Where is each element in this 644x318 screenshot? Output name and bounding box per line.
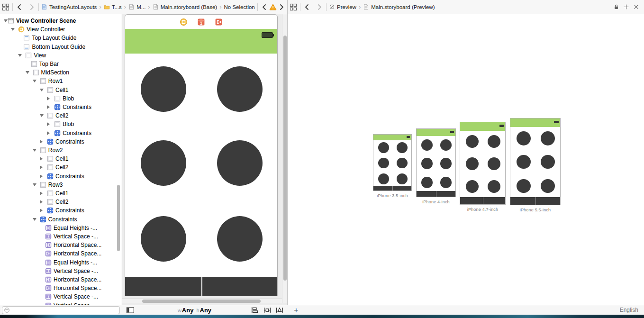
pane-divider[interactable] — [287, 0, 288, 315]
exit-icon[interactable] — [215, 18, 223, 26]
disclosure-down-icon[interactable] — [33, 149, 36, 152]
outline-item-cell1[interactable]: Cell1 — [0, 189, 116, 198]
outline-item-horizontal-space[interactable]: Horizontal Space... — [0, 241, 116, 249]
outline-filter-field[interactable] — [2, 306, 120, 314]
outline-item-blob[interactable]: Blob — [0, 120, 116, 128]
outline-item-view-controller-scene[interactable]: View Controller Scene — [0, 17, 116, 25]
disclosure-down-icon[interactable] — [40, 114, 44, 117]
disclosure-right-icon[interactable] — [47, 97, 50, 100]
outline-item-horizontal-space[interactable]: Horizontal Space... — [0, 275, 116, 284]
breadcrumb-item-main-storyboard-preview[interactable]: Main.storyboard (Preview) — [363, 4, 435, 10]
outline-item-cell1[interactable]: Cell1 — [0, 86, 116, 94]
outline-item-horizontal-space[interactable]: Horizontal Space... — [0, 249, 116, 258]
preview-language-selector[interactable]: English — [620, 307, 638, 313]
breadcrumb-item-no-selection[interactable]: No Selection — [224, 4, 255, 10]
canvas-vscroll-thumb[interactable] — [283, 36, 287, 281]
issue-back-button[interactable] — [260, 3, 269, 11]
disclosure-right-icon[interactable] — [47, 122, 50, 126]
outline-item-cell2[interactable]: Cell2 — [0, 163, 116, 172]
disclosure-down-icon[interactable] — [33, 218, 36, 221]
add-editor-button[interactable] — [623, 4, 629, 10]
outline-item-top-layout-guide[interactable]: Top Layout Guide — [0, 34, 116, 42]
outline-item-constraints[interactable]: Constraints — [0, 206, 116, 215]
outline-toggle-button[interactable] — [126, 306, 135, 314]
outline-item-row1[interactable]: Row1 — [0, 77, 116, 85]
blob-view[interactable] — [217, 216, 263, 262]
blob-view[interactable] — [217, 140, 263, 186]
outline-item-vertical-space[interactable]: Vertical Space -... — [0, 267, 116, 275]
outline-item-blob[interactable]: Blob — [0, 94, 116, 103]
outline-item-cell1[interactable]: Cell1 — [0, 154, 116, 163]
canvas-hscroll-thumb[interactable] — [142, 300, 261, 303]
blob-view[interactable] — [141, 66, 186, 112]
outline-item-constraints[interactable]: Constraints — [0, 172, 116, 181]
related-items-button[interactable] — [289, 3, 298, 11]
view-controller-icon[interactable] — [180, 18, 188, 26]
lock-icon[interactable] — [613, 4, 619, 10]
blob-view[interactable] — [141, 216, 186, 262]
disclosure-right-icon[interactable] — [40, 165, 43, 169]
forward-button[interactable] — [27, 3, 36, 11]
back-button[interactable] — [303, 3, 311, 11]
view-controller-frame[interactable]: 1 — [125, 14, 278, 296]
disclosure-right-icon[interactable] — [40, 174, 43, 178]
outline-item-top-bar[interactable]: Top Bar — [0, 60, 116, 68]
outline-item-vertical-space[interactable]: Vertical Space -... — [0, 301, 116, 305]
issue-forward-button[interactable] — [277, 3, 286, 11]
disclosure-right-icon[interactable] — [40, 140, 43, 144]
add-preview-device-button[interactable]: + — [291, 305, 301, 315]
outline-item-row2[interactable]: Row2 — [0, 146, 116, 154]
back-button[interactable] — [15, 3, 24, 11]
breadcrumb-item-m[interactable]: M... — [128, 4, 145, 10]
outline-item-cell2[interactable]: Cell2 — [0, 198, 116, 206]
canvas-vertical-scrollbar[interactable] — [282, 14, 287, 303]
resolve-autolayout-button[interactable] — [275, 306, 284, 314]
outline-item-row3[interactable]: Row3 — [0, 181, 116, 189]
outline-item-cell2[interactable]: Cell2 — [0, 111, 116, 120]
canvas-horizontal-scrollbar[interactable] — [122, 298, 282, 303]
disclosure-down-icon[interactable] — [26, 71, 29, 74]
disclosure-down-icon[interactable] — [11, 28, 15, 31]
bottom-bar-view[interactable] — [125, 277, 277, 296]
outline-item-constraints[interactable]: Constraints — [0, 129, 116, 137]
disclosure-down-icon[interactable] — [33, 183, 36, 186]
breadcrumb-item-main-storyboard-base[interactable]: Main.storyboard (Base) — [153, 4, 218, 10]
close-assistant-button[interactable] — [633, 4, 639, 10]
issue-warning-button[interactable] — [269, 3, 277, 11]
pin-button[interactable] — [263, 306, 272, 314]
disclosure-right-icon[interactable] — [40, 209, 43, 212]
disclosure-right-icon[interactable] — [40, 200, 43, 204]
outline-item-equal-heights[interactable]: Equal Heights -... — [0, 224, 116, 232]
align-button[interactable] — [250, 306, 259, 314]
sidebar-scrollbar-thumb[interactable] — [117, 185, 120, 251]
outline-item-view-controller[interactable]: View Controller — [0, 25, 116, 34]
disclosure-down-icon[interactable] — [40, 89, 44, 91]
forward-button[interactable] — [315, 3, 324, 11]
breadcrumb-item-preview[interactable]: Preview — [329, 4, 356, 10]
outline-item-vertical-space[interactable]: Vertical Space -... — [0, 292, 116, 301]
disclosure-right-icon[interactable] — [47, 105, 50, 109]
disclosure-right-icon[interactable] — [40, 191, 43, 195]
breadcrumb-item-testingautolayouts[interactable]: TestingAutoLayouts — [41, 4, 97, 10]
outline-item-midsection[interactable]: MidSection — [0, 68, 116, 77]
outline-item-vertical-space[interactable]: Vertical Space -... — [0, 232, 116, 241]
top-bar-view[interactable] — [125, 29, 277, 54]
blob-view[interactable] — [217, 66, 263, 112]
storyboard-canvas[interactable]: 1 — [122, 14, 287, 305]
disclosure-down-icon[interactable] — [18, 54, 22, 57]
disclosure-down-icon[interactable] — [33, 80, 36, 82]
disclosure-right-icon[interactable] — [47, 131, 50, 135]
outline-item-constraints[interactable]: Constraints — [0, 103, 116, 111]
related-items-button[interactable] — [1, 3, 10, 11]
outline-item-view[interactable]: View — [0, 51, 116, 60]
outline-item-equal-heights[interactable]: Equal Heights -... — [0, 258, 116, 267]
outline-item-constraints[interactable]: Constraints — [0, 137, 116, 146]
breadcrumb-item-t-s[interactable]: T...s — [104, 4, 122, 10]
outline-item-bottom-layout-guide[interactable]: Bottom Layout Guide — [0, 43, 116, 51]
size-class-control[interactable]: wAny hAny — [167, 305, 222, 315]
disclosure-right-icon[interactable] — [40, 157, 43, 161]
disclosure-down-icon[interactable] — [4, 19, 8, 22]
blob-view[interactable] — [141, 140, 186, 186]
first-responder-icon[interactable]: 1 — [197, 18, 205, 26]
outline-item-constraints[interactable]: Constraints — [0, 215, 116, 224]
